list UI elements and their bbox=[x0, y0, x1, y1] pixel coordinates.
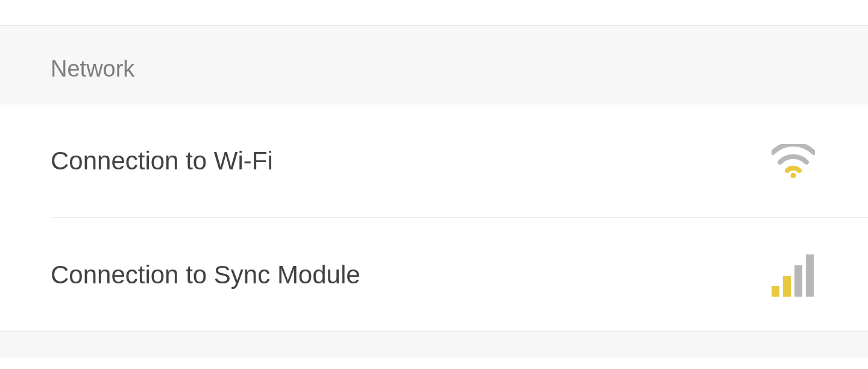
svg-rect-2 bbox=[783, 276, 791, 297]
list-item-label-sync: Connection to Sync Module bbox=[51, 260, 360, 289]
signal-bars-icon bbox=[769, 251, 817, 299]
bottom-spacer bbox=[0, 331, 868, 358]
list-item-sync-module[interactable]: Connection to Sync Module bbox=[0, 218, 868, 331]
section-header-network: Network bbox=[0, 25, 868, 104]
top-spacer bbox=[0, 0, 868, 25]
section-header-label: Network bbox=[51, 56, 134, 81]
list-item-label-wifi: Connection to Wi-Fi bbox=[51, 147, 273, 175]
wifi-icon bbox=[769, 137, 817, 185]
svg-rect-4 bbox=[806, 254, 814, 297]
svg-rect-1 bbox=[772, 286, 779, 297]
list-item-wifi[interactable]: Connection to Wi-Fi bbox=[0, 104, 868, 217]
svg-rect-3 bbox=[794, 265, 802, 297]
svg-point-0 bbox=[791, 172, 796, 178]
